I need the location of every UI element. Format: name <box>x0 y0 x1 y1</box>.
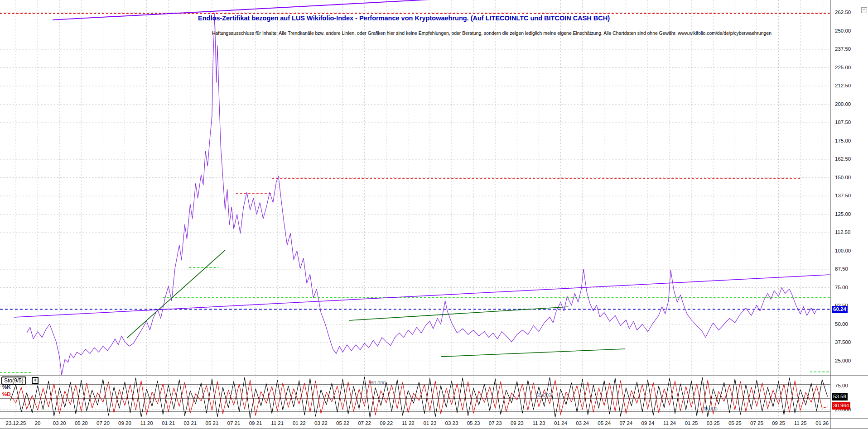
date-axis-label: 09 22 <box>380 420 393 426</box>
chart-title: Endlos-Zertifikat bezogen auf LUS Wikifo… <box>198 14 610 22</box>
date-axis-label: 07 23 <box>489 420 502 426</box>
date-axis-label: 05 20 <box>75 420 88 426</box>
price-axis-label: 87.50 <box>835 266 848 272</box>
date-axis-label: 11 21 <box>271 420 284 426</box>
date-axis-label: 01 26 <box>815 420 829 426</box>
price-axis-label: 150.00 <box>835 175 851 180</box>
date-axis-label: 05 24 <box>598 420 611 426</box>
date-axis-label: 07 20 <box>96 420 110 426</box>
date-axis-label: 07 24 <box>619 420 632 426</box>
indicator-name-button[interactable]: Sto(9/5) <box>1 377 26 385</box>
disclaimer-text: Haftungsausschluss für Inhalte: Alle Tre… <box>212 31 772 36</box>
date-axis-label: 11 22 <box>402 420 415 426</box>
price-axis-label: 100.00 <box>835 248 851 253</box>
k-line-label: %K <box>2 384 11 390</box>
date-axis-label: 07 21 <box>227 420 241 426</box>
date-axis-label: 05 21 <box>206 420 219 426</box>
chart-application: Endlos-Zertifikat bezogen auf LUS Wikifo… <box>0 0 868 429</box>
price-axis-label: 162.50 <box>835 156 851 162</box>
price-axis-label: 112.50 <box>835 229 850 235</box>
price-axis-label: 175.00 <box>835 138 851 143</box>
date-axis-label: 11 20 <box>140 420 153 426</box>
date-axis-label: 09 20 <box>118 420 131 426</box>
date-axis-label: 01 25 <box>685 420 698 426</box>
price-axis-label: 212.50 <box>835 83 851 88</box>
current-price-badge: 60.24 <box>832 306 848 313</box>
k-value-badge: 53.58 <box>832 393 848 400</box>
price-axis-label: 50.00 <box>835 321 848 327</box>
date-axis-label: 03 20 <box>53 420 66 426</box>
date-axis-label: 03 21 <box>183 420 197 426</box>
date-axis-label: 05 25 <box>728 420 742 426</box>
price-axis-label: 225.00 <box>835 65 851 70</box>
d-value-badge: 30.964 <box>832 402 850 410</box>
sto-band-label: 50.000 <box>536 392 551 398</box>
date-axis-label: 03 25 <box>707 420 720 426</box>
date-axis-label: 23.12.25 <box>6 420 26 426</box>
date-axis-label: 11 24 <box>663 420 676 426</box>
date-axis-overflow-button[interactable]: - <box>825 420 826 426</box>
sto-axis-label: 75.00 <box>835 383 848 388</box>
sto-band-label: 20.000 <box>702 406 718 411</box>
date-axis-label: 03 24 <box>576 420 589 426</box>
date-axis-label: 01 22 <box>293 420 306 426</box>
price-axis-label: 262.50 <box>835 10 851 15</box>
date-axis-label: 20 <box>35 420 41 426</box>
date-axis-label: 09 23 <box>511 420 524 426</box>
date-axis-label: 11 25 <box>794 420 807 426</box>
price-axis-label: 187.50 <box>835 119 851 125</box>
date-axis-label: 01 24 <box>554 420 567 426</box>
price-axis-label: 37.500 <box>835 339 851 345</box>
price-axis-label: 250.00 <box>835 28 851 33</box>
date-axis-label: 01 23 <box>424 420 437 426</box>
d-line-label: %D <box>2 391 11 397</box>
date-axis-label: 09 25 <box>772 420 785 426</box>
trend-shallow-lower-darkgreen <box>441 349 625 357</box>
date-axis-label: 05 22 <box>336 420 349 426</box>
date-axis-label: 09 21 <box>249 420 262 426</box>
sto-band-label: 80.000 <box>371 380 386 386</box>
date-axis-label: 03 23 <box>445 420 458 426</box>
date-axis-label: 11 23 <box>532 420 545 426</box>
date-axis-label: 05 23 <box>467 420 480 426</box>
price-axis-label: 125.00 <box>835 211 851 217</box>
price-axis-label: 237.50 <box>835 46 851 52</box>
date-axis-label: 01 21 <box>162 420 175 426</box>
channel-lower-purple <box>14 275 830 317</box>
price-axis-label: 25.000 <box>835 358 851 363</box>
date-axis-label: 03 22 <box>314 420 328 426</box>
chart-canvas <box>0 0 868 429</box>
date-axis-label: 09 24 <box>641 420 655 426</box>
price-axis-label: 137.50 <box>835 193 851 198</box>
price-axis-label: 75.00 <box>835 285 848 290</box>
add-indicator-icon[interactable]: + <box>32 377 39 384</box>
collapse-axis-icon[interactable]: − <box>861 7 867 13</box>
price-axis-label: 200.00 <box>835 101 851 107</box>
date-axis-label: 07 25 <box>750 420 763 426</box>
date-axis-label: 07 22 <box>358 420 371 426</box>
